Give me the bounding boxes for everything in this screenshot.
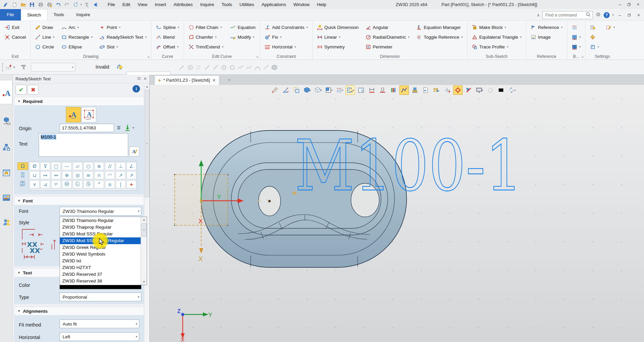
ribbon-button-point[interactable]: Point▾ [98,23,148,32]
menu-window[interactable]: Window [290,0,313,9]
ribbon-button-line[interactable]: Line▾ [33,32,56,42]
ribbon-button-stampflip[interactable] [588,32,601,42]
gear-icon[interactable] [596,12,601,18]
symbol-cell-18[interactable]: ↗ [116,171,126,179]
symbol-cell-5[interactable]: ○ [83,162,93,170]
ribbon-button-griddots[interactable] [570,23,582,32]
symbol-tab-xx-xx[interactable]: XXXX [17,172,28,179]
dropdown-caret-icon[interactable]: ▾ [177,45,179,48]
ribbon-button-toggle-reference[interactable]: (50)50Toggle Reference▾ [415,32,464,42]
menu-tools[interactable]: Tools [218,0,236,9]
symbol-cell-25[interactable]: Ⓢ [83,180,93,188]
symbol-cell-11[interactable]: ↦ [40,171,50,179]
toolbar-grip[interactable] [2,63,3,71]
point-grid-icon[interactable] [5,63,13,71]
tab-inquire[interactable]: Inquire [70,9,96,21]
symbol-cell-15[interactable]: ≡ [83,171,93,179]
ribbon-button-reference[interactable]: Reference▾ [529,23,564,32]
document-tab[interactable]: + * Part001.Z3 - [Sketch6] ✕ [154,75,219,85]
dropdown-caret-icon[interactable]: ▾ [178,26,179,29]
dropdown-caret-icon[interactable]: ▾ [280,35,281,39]
ribbon-button-circle[interactable]: Circle [33,42,56,51]
font-list-scroll-down-icon[interactable]: ▼ [141,279,147,284]
section-font[interactable]: ▼Font [14,196,144,205]
symbol-cell-16[interactable]: ∩ [94,171,104,179]
cancel-x-button[interactable]: ✖ [28,85,39,94]
symbol-cell-12[interactable]: ↔ [51,171,61,179]
view-tool-pageflag-button[interactable] [421,85,430,95]
origin-input[interactable] [60,124,114,132]
font-option-zw3d-thaiprop-regular[interactable]: ZW3D Thaiprop Regular [60,224,141,231]
symbol-cell-21[interactable]: ⊿ [40,180,50,188]
tab-tools[interactable]: Tools [47,9,70,21]
dock-ls-hier-button[interactable] [0,138,12,157]
menu-attributes[interactable]: Attributes [170,0,196,9]
ok-button[interactable]: ✔ [15,85,27,94]
fit-method-combo[interactable]: Auto fit▾ [60,319,139,328]
open-button[interactable] [19,1,27,9]
dropdown-caret-icon[interactable]: ▾ [561,26,562,29]
dropdown-caret-icon[interactable]: ▾ [253,35,254,39]
new-button[interactable] [10,1,19,9]
font-option-zw3d-hztxt[interactable]: ZW3D HZTXT [60,264,141,271]
dropdown-caret-icon[interactable]: ▾ [507,45,508,48]
ribbon-button-trim-extend[interactable]: Trim/Extend▾ [187,42,225,51]
symbol-tab-[interactable]: Ω [17,162,28,170]
view-tool-colorbars-button[interactable] [389,85,398,95]
dropdown-caret-icon[interactable]: ▾ [119,26,120,29]
symbol-cell-23[interactable]: Ⓜ [62,180,72,188]
view-tool-zoom-button[interactable]: ▾ [346,85,355,95]
funnel-button[interactable] [82,1,91,9]
dropdown-caret-icon[interactable]: ▾ [505,26,506,29]
symbol-cell-8[interactable]: ⊥ [116,162,126,170]
view-tool-stamp-button[interactable] [410,85,420,95]
ribbon-button-spline[interactable]: ASpline▾ [154,23,181,32]
font-option-zw3d-txt[interactable]: ZW3D txt [60,258,141,264]
symbol-cell-22[interactable]: ST [51,180,61,188]
symbol-cell-9[interactable]: ∠ [127,162,136,170]
ribbon-button-equation[interactable]: Equation [228,23,257,32]
view-tool-blackrect-button[interactable] [496,85,506,95]
symbol-cell-1[interactable]: ⊽ [40,162,50,170]
symbol-cell-27[interactable]: ± [105,180,115,188]
dropdown-caret-icon[interactable]: ▾ [331,89,332,92]
view-tool-redslash-button[interactable] [464,85,473,95]
menu-file[interactable]: File [104,0,119,9]
dropdown-caret-icon[interactable]: ▾ [320,89,322,92]
ribbon-button-quick-dimension[interactable]: Quick Dimension [315,23,360,32]
menu-edit[interactable]: Edit [119,0,134,9]
view-tool-envelope-button[interactable] [432,85,441,95]
dropdown-caret-icon[interactable]: ▾ [514,89,515,92]
symbol-cell-2[interactable]: □ [51,162,61,170]
ribbon-button-chamfer[interactable]: Chamfer▾ [187,32,225,42]
scroll-up-icon[interactable]: ▲ [145,84,149,89]
dropdown-caret-icon[interactable]: ▾ [520,35,522,39]
symbol-cell-17[interactable]: ◠ [105,171,115,179]
menu-applications[interactable]: Applications [258,0,290,9]
view-tool-dimo-button[interactable] [378,85,387,95]
restore-button[interactable] [624,0,634,9]
symbol-cell-14[interactable]: ◎ [73,171,82,179]
tab-file[interactable]: File [0,9,21,21]
symbol-cell-3[interactable]: — [62,162,72,170]
view-tool-dashcircle-button[interactable] [486,85,495,95]
font-option-zw3d-thaimono-regular[interactable]: ZW3D Thaimono Regular [60,217,141,224]
dropdown-caret-icon[interactable]: ▾ [220,26,222,29]
ribbon-button-horizontal[interactable]: HORZHorizontal▾ [263,42,309,51]
ribbon-button-perimeter[interactable]: ΣPerimeter [364,42,411,51]
view-tool-monitor-button[interactable]: ▾ [475,85,484,95]
horizontal-combo[interactable]: Left▾ [60,332,139,341]
dropdown-caret-icon[interactable]: ▾ [342,89,343,92]
sketch-text-outline[interactable]: M100-1 [295,125,523,206]
ribbon-button-trace-profile[interactable]: Trace Profile▾ [470,42,523,51]
text-editor-button[interactable]: A [129,147,139,156]
view-tool-sqcorner-button[interactable]: ▾ [324,85,333,95]
symbol-cell-10[interactable]: ⊔ [30,171,39,179]
symbol-cell-6[interactable]: ɴ [94,162,104,170]
print2-button[interactable] [45,1,53,9]
expand-chevrons-icon[interactable] [116,124,122,132]
view-tool-pen-button[interactable] [270,85,280,95]
flag-button[interactable] [91,1,99,9]
font-list-scroll-thumb[interactable]: ≡ [141,223,147,237]
text-in-box-button[interactable]: A [81,107,96,122]
